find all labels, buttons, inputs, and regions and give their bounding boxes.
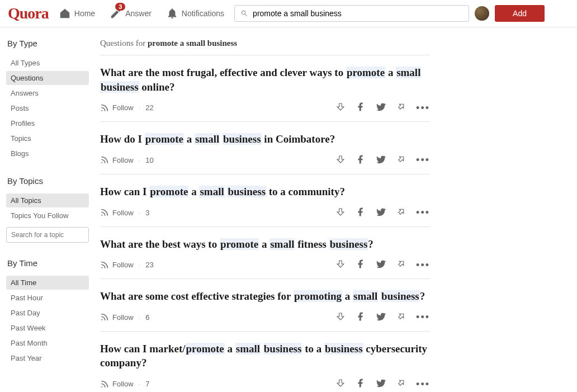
sidebar-item[interactable]: Questions bbox=[6, 71, 89, 85]
by-time-heading: By Time bbox=[6, 258, 89, 268]
facebook-icon[interactable] bbox=[356, 207, 366, 219]
follow-button[interactable]: Follow·3 bbox=[100, 208, 149, 217]
rss-icon bbox=[100, 155, 109, 164]
rss-icon bbox=[100, 208, 109, 217]
avatar[interactable] bbox=[475, 6, 489, 21]
question-actions: Follow·22••• bbox=[100, 102, 430, 114]
facebook-icon[interactable] bbox=[356, 259, 366, 271]
question-item: How do I promote a small business in Coi… bbox=[100, 122, 430, 174]
question-item: What are the most frugal, effective and … bbox=[100, 55, 430, 122]
svg-point-0 bbox=[101, 110, 102, 111]
svg-point-4 bbox=[101, 319, 102, 320]
more-icon[interactable]: ••• bbox=[416, 158, 430, 162]
facebook-icon[interactable] bbox=[356, 102, 366, 114]
add-button[interactable]: Add bbox=[495, 5, 545, 22]
search-box[interactable] bbox=[234, 5, 469, 22]
twitter-icon[interactable] bbox=[376, 378, 386, 390]
facebook-icon[interactable] bbox=[356, 154, 366, 166]
downvote-icon[interactable] bbox=[335, 311, 346, 323]
share-icon[interactable] bbox=[396, 378, 406, 390]
twitter-icon[interactable] bbox=[376, 154, 386, 166]
top-header: Quora Home Answer 3 Notifications Add bbox=[0, 0, 577, 27]
sidebar-item[interactable]: Topics bbox=[6, 131, 89, 145]
question-title[interactable]: How do I promote a small business in Coi… bbox=[100, 132, 430, 147]
sidebar-item[interactable]: Answers bbox=[6, 86, 89, 100]
sidebar-item[interactable]: Past Week bbox=[6, 321, 89, 335]
twitter-icon[interactable] bbox=[376, 259, 386, 271]
follow-button[interactable]: Follow·22 bbox=[100, 103, 154, 112]
question-item: How can I market/promote a small busines… bbox=[100, 332, 430, 392]
sidebar-item[interactable]: Past Day bbox=[6, 306, 89, 320]
question-item: What are the best ways to promote a smal… bbox=[100, 227, 430, 280]
twitter-icon[interactable] bbox=[376, 207, 386, 219]
question-actions: Follow·23••• bbox=[100, 259, 430, 271]
svg-point-2 bbox=[101, 215, 102, 216]
question-title[interactable]: What are the best ways to promote a smal… bbox=[100, 237, 430, 252]
follow-button[interactable]: Follow·10 bbox=[100, 155, 154, 164]
nav-answer[interactable]: Answer 3 bbox=[105, 5, 156, 22]
facebook-icon[interactable] bbox=[356, 311, 366, 323]
share-actions: ••• bbox=[335, 378, 430, 390]
nav-home-label: Home bbox=[74, 9, 95, 18]
more-icon[interactable]: ••• bbox=[416, 106, 430, 110]
sidebar-item[interactable]: Blogs bbox=[6, 147, 89, 160]
question-actions: Follow·7••• bbox=[100, 378, 430, 390]
downvote-icon[interactable] bbox=[335, 378, 346, 390]
nav-notifications[interactable]: Notifications bbox=[162, 5, 229, 22]
downvote-icon[interactable] bbox=[335, 154, 346, 166]
share-actions: ••• bbox=[335, 311, 430, 323]
nav-home[interactable]: Home bbox=[54, 5, 100, 22]
sidebar-item[interactable]: Past Year bbox=[6, 351, 89, 365]
downvote-icon[interactable] bbox=[335, 207, 346, 219]
question-title[interactable]: What are the most frugal, effective and … bbox=[100, 65, 430, 94]
sidebar-item[interactable]: All Types bbox=[6, 56, 89, 70]
logo[interactable]: Quora bbox=[8, 4, 49, 22]
rss-icon bbox=[100, 313, 109, 322]
twitter-icon[interactable] bbox=[376, 102, 386, 114]
follow-button[interactable]: Follow·6 bbox=[100, 313, 149, 322]
search-icon bbox=[240, 10, 248, 17]
sidebar-item[interactable]: Past Month bbox=[6, 336, 89, 350]
sidebar-item[interactable]: Profiles bbox=[6, 116, 89, 130]
answer-badge: 3 bbox=[115, 3, 125, 11]
share-icon[interactable] bbox=[396, 207, 406, 219]
downvote-icon[interactable] bbox=[335, 102, 346, 114]
bell-icon bbox=[166, 7, 178, 20]
svg-point-5 bbox=[101, 386, 102, 387]
more-icon[interactable]: ••• bbox=[416, 210, 430, 215]
by-type-heading: By Type bbox=[6, 39, 89, 48]
facebook-icon[interactable] bbox=[356, 378, 366, 390]
follow-button[interactable]: Follow·7 bbox=[100, 380, 149, 389]
topic-search-input[interactable] bbox=[6, 227, 89, 243]
share-icon[interactable] bbox=[396, 311, 406, 323]
sidebar-item[interactable]: Past Hour bbox=[6, 291, 89, 305]
sidebar-item[interactable]: All Topics bbox=[6, 193, 89, 207]
downvote-icon[interactable] bbox=[335, 259, 346, 271]
by-topics-heading: By Topics bbox=[6, 176, 89, 186]
sidebar-item[interactable]: Topics You Follow bbox=[6, 209, 89, 223]
follow-button[interactable]: Follow·23 bbox=[100, 261, 154, 270]
svg-point-3 bbox=[101, 267, 102, 268]
more-icon[interactable]: ••• bbox=[416, 315, 430, 319]
sidebar-item[interactable]: All Time bbox=[6, 276, 89, 290]
filter-by-type: By Type All TypesQuestionsAnswersPostsPr… bbox=[6, 39, 89, 160]
question-item: How can I promote a small business to a … bbox=[100, 174, 430, 227]
question-actions: Follow·10••• bbox=[100, 154, 430, 166]
more-icon[interactable]: ••• bbox=[416, 263, 430, 267]
question-actions: Follow·6••• bbox=[100, 311, 430, 323]
question-title[interactable]: What are some cost effective strategies … bbox=[100, 289, 430, 304]
results-header: Questions for promote a small business bbox=[100, 39, 430, 55]
share-icon[interactable] bbox=[396, 259, 406, 271]
nav-notifications-label: Notifications bbox=[182, 9, 224, 18]
question-title[interactable]: How can I market/promote a small busines… bbox=[100, 342, 430, 370]
home-icon bbox=[59, 7, 71, 20]
sidebar-item[interactable]: Posts bbox=[6, 101, 89, 115]
question-title[interactable]: How can I promote a small business to a … bbox=[100, 185, 430, 199]
rss-icon bbox=[100, 380, 109, 389]
twitter-icon[interactable] bbox=[376, 311, 386, 323]
more-icon[interactable]: ••• bbox=[416, 382, 430, 386]
share-icon[interactable] bbox=[396, 154, 406, 166]
filter-by-topics: By Topics All TopicsTopics You Follow bbox=[6, 176, 89, 243]
search-input[interactable] bbox=[253, 9, 463, 18]
share-icon[interactable] bbox=[396, 102, 406, 114]
